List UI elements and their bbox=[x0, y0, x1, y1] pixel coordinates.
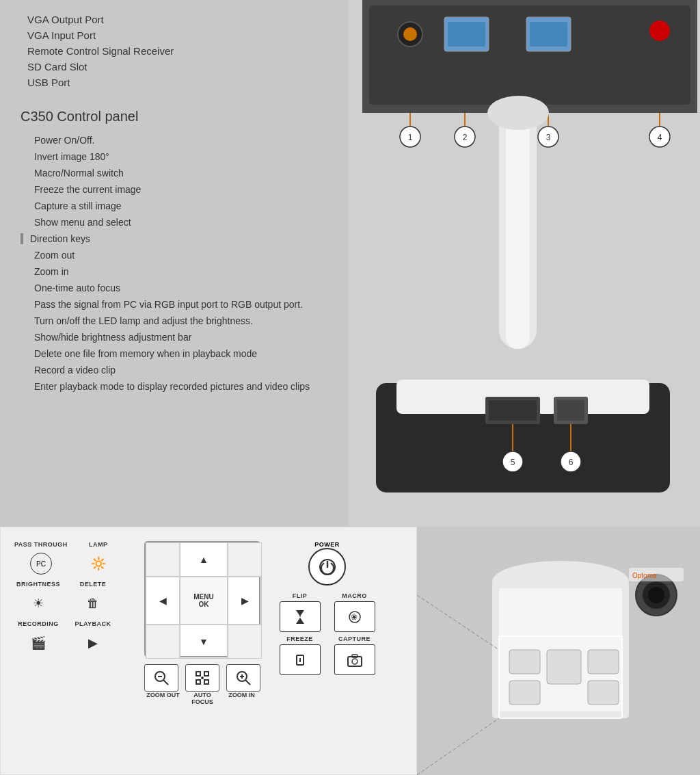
ctrl-playback: Enter playback mode to display recorded … bbox=[21, 381, 328, 392]
ctrl-zoom-in: Zoom in bbox=[21, 266, 328, 277]
svg-line-48 bbox=[245, 680, 250, 685]
delete-symbol: 🗑 bbox=[87, 596, 99, 611]
macro-label: MACRO bbox=[342, 592, 367, 599]
top-section: VGA Output Port VGA Input Port Remote Co… bbox=[0, 0, 700, 527]
zoom-buttons-row bbox=[144, 664, 260, 692]
power-section: POWER bbox=[308, 541, 346, 586]
svg-line-39 bbox=[163, 680, 168, 685]
zoom-labels-row: ZOOM OUT AUTO FOCUS ZOOM IN bbox=[144, 692, 260, 705]
mid-controls-row: BRIGHTNESS ☀ DELETE 🗑 bbox=[14, 581, 131, 617]
zoom-in-button[interactable] bbox=[226, 664, 260, 692]
svg-rect-28 bbox=[489, 400, 537, 421]
ctrl-capture: Capture a still image bbox=[21, 200, 328, 211]
bottom-controls-row: RECORDING 🎬 PLAYBACK ▶ bbox=[14, 620, 131, 657]
flip-icon bbox=[288, 607, 312, 627]
device-closeup-image: Optoma bbox=[417, 527, 700, 775]
playback-symbol: ▶ bbox=[88, 635, 98, 651]
port-sd-card: SD Card Slot bbox=[21, 61, 328, 73]
svg-text:1: 1 bbox=[408, 133, 413, 142]
recording-symbol: 🎬 bbox=[31, 635, 46, 651]
ctrl-freeze: Freeze the current image bbox=[21, 184, 328, 195]
pass-through-label: PASS THROUGH bbox=[14, 541, 68, 548]
zoom-section: ZOOM OUT AUTO FOCUS ZOOM IN bbox=[144, 664, 260, 705]
svg-rect-42 bbox=[196, 680, 200, 684]
port-vga-input: VGA Input Port bbox=[21, 29, 328, 41]
dpad-up[interactable]: ▲ bbox=[180, 542, 228, 577]
dpad-right[interactable]: ▶ bbox=[228, 577, 262, 625]
zoom-out-icon bbox=[153, 670, 170, 686]
pass-through-icon: PC bbox=[27, 550, 55, 577]
brightness-symbol: ☀ bbox=[33, 596, 44, 611]
menu-label: MENU bbox=[193, 593, 213, 601]
ctrl-direction: Direction keys bbox=[21, 233, 328, 244]
svg-text:6: 6 bbox=[569, 458, 574, 467]
control-panel-diagram: PASS THROUGH PC LAMP 🔆 bbox=[14, 541, 403, 761]
pass-through-group: PASS THROUGH PC bbox=[14, 541, 68, 577]
macro-icon: ❀ bbox=[342, 607, 367, 627]
bottom-right-panel: Optoma bbox=[417, 527, 700, 775]
side-controls: PASS THROUGH PC LAMP 🔆 bbox=[14, 541, 131, 657]
svg-rect-6 bbox=[448, 22, 485, 47]
dpad[interactable]: ▲ ◀ MENU OK ▶ ▼ bbox=[144, 541, 260, 657]
zoom-in-label: ZOOM IN bbox=[223, 692, 260, 705]
macro-cell: MACRO ❀ bbox=[329, 592, 380, 632]
ports-list: VGA Output Port VGA Input Port Remote Co… bbox=[21, 14, 328, 88]
svg-point-71 bbox=[648, 587, 664, 603]
svg-rect-30 bbox=[557, 400, 584, 421]
dpad-center-menu[interactable]: MENU OK bbox=[180, 577, 228, 625]
svg-rect-40 bbox=[196, 672, 200, 676]
capture-button[interactable] bbox=[334, 644, 375, 675]
zoom-out-button[interactable] bbox=[144, 664, 178, 692]
dpad-corner-br bbox=[228, 625, 262, 659]
svg-text:5: 5 bbox=[511, 458, 515, 467]
svg-point-44 bbox=[201, 677, 204, 679]
lamp-symbol: 🔆 bbox=[91, 556, 106, 571]
capture-icon bbox=[342, 650, 367, 670]
ctrl-power: Power On/Off. bbox=[21, 135, 328, 146]
autofocus-button[interactable] bbox=[185, 664, 219, 692]
lamp-group: LAMP 🔆 bbox=[75, 541, 122, 577]
delete-label: DELETE bbox=[80, 581, 107, 588]
brightness-label: BRIGHTNESS bbox=[16, 581, 60, 588]
svg-point-4 bbox=[403, 27, 417, 41]
playback-icon: ▶ bbox=[79, 629, 107, 657]
svg-rect-41 bbox=[204, 672, 208, 676]
port-vga-output: VGA Output Port bbox=[21, 14, 328, 25]
svg-point-24 bbox=[487, 96, 549, 130]
function-buttons-grid: FLIP MACRO bbox=[274, 592, 380, 675]
top-controls-row: PASS THROUGH PC LAMP 🔆 bbox=[14, 541, 131, 577]
dpad-container: ▲ ◀ MENU OK ▶ ▼ bbox=[144, 541, 260, 705]
power-button[interactable] bbox=[308, 548, 346, 586]
svg-rect-43 bbox=[204, 680, 208, 684]
macro-button[interactable]: ❀ bbox=[334, 601, 375, 632]
lamp-label: LAMP bbox=[89, 541, 108, 548]
ctrl-zoom-out: Zoom out bbox=[21, 250, 328, 261]
ctrl-passthrough: Pass the signal from PC via RGB input po… bbox=[21, 299, 328, 310]
flip-button[interactable] bbox=[280, 601, 321, 632]
ctrl-macro: Macro/Normal switch bbox=[21, 168, 328, 179]
dpad-left[interactable]: ◀ bbox=[146, 577, 180, 625]
dpad-corner-tr bbox=[228, 542, 262, 577]
svg-text:3: 3 bbox=[546, 133, 551, 142]
right-function-controls: POWER FLIP bbox=[274, 541, 380, 675]
svg-rect-56 bbox=[299, 658, 301, 662]
svg-rect-66 bbox=[588, 650, 619, 674]
svg-rect-64 bbox=[509, 650, 540, 674]
port-usb: USB Port bbox=[21, 77, 328, 88]
ok-label: OK bbox=[199, 601, 209, 608]
power-icon bbox=[318, 557, 337, 577]
dpad-down[interactable]: ▼ bbox=[180, 625, 228, 659]
ctrl-lamp: Turn on/off the LED lamp and adjust the … bbox=[21, 315, 328, 326]
svg-point-9 bbox=[649, 21, 670, 41]
svg-text:2: 2 bbox=[463, 133, 468, 142]
playback-group: PLAYBACK ▶ bbox=[69, 620, 117, 657]
svg-rect-68 bbox=[588, 681, 619, 705]
freeze-button[interactable] bbox=[280, 644, 321, 675]
pass-through-circle: PC bbox=[30, 553, 52, 575]
brightness-icon: ☀ bbox=[25, 590, 52, 617]
brightness-group: BRIGHTNESS ☀ bbox=[14, 581, 62, 617]
control-panel-title: C350 Control panel bbox=[21, 109, 328, 124]
svg-text:4: 4 bbox=[658, 133, 662, 142]
recording-icon: 🎬 bbox=[25, 629, 52, 657]
freeze-cell: FREEZE bbox=[274, 635, 325, 675]
